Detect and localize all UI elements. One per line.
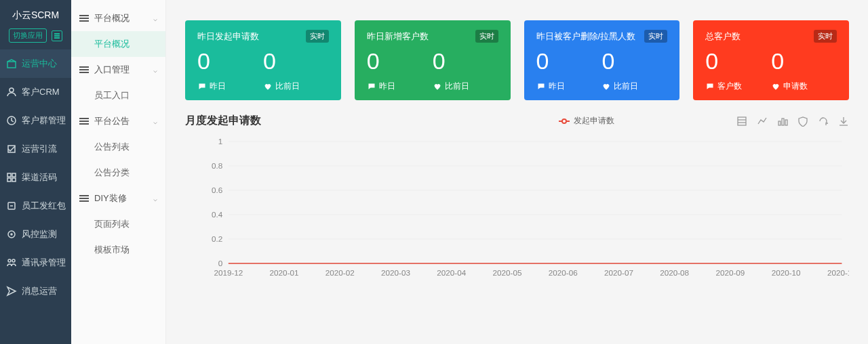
switch-app-button[interactable]: 切换应用 [9, 28, 47, 43]
svg-text:2020-09: 2020-09 [715, 269, 745, 277]
subnav-item[interactable]: 员工入口 [71, 83, 165, 108]
card-title: 昨日被客户删除/拉黑人数 [536, 30, 636, 43]
nav-item-6[interactable]: 风控监测 [0, 220, 71, 249]
svg-rect-0 [7, 62, 16, 68]
subnav-item[interactable]: 页面列表 [71, 211, 165, 237]
chart-title: 月度发起申请数 [185, 114, 261, 128]
svg-rect-5 [7, 178, 11, 181]
svg-point-11 [12, 259, 15, 262]
chevron-down-icon: ⌵ [153, 195, 157, 202]
chat-icon [705, 83, 715, 91]
nav-icon [5, 143, 18, 155]
list-icon [79, 15, 89, 22]
nav-icon [5, 58, 18, 70]
subnav-group-header[interactable]: 入口管理⌵ [71, 57, 165, 83]
chevron-down-icon: ⌵ [153, 118, 157, 125]
svg-text:1: 1 [218, 137, 223, 146]
subnav-item[interactable]: 公告分类 [71, 160, 165, 186]
data-view-icon[interactable] [736, 116, 747, 127]
nav-item-8[interactable]: 消息运营 [0, 277, 71, 305]
realtime-badge: 实时 [475, 30, 498, 43]
nav-item-5[interactable]: 员工发红包 [0, 192, 71, 220]
svg-point-1 [9, 88, 14, 92]
main-content: 昨日发起申请数实时 00 昨日 比前日 昨日新增客户数实时 00 昨日 比前日 … [166, 0, 868, 344]
heart-icon [263, 83, 273, 91]
subnav-group-header[interactable]: 平台概况⌵ [71, 5, 165, 31]
menu-toggle-icon[interactable] [52, 30, 62, 41]
card-value-2: 0 [263, 49, 329, 72]
chat-icon [536, 83, 546, 91]
nav-item-4[interactable]: 渠道活码 [0, 163, 71, 192]
svg-text:2020-08: 2020-08 [660, 269, 689, 277]
subnav-item[interactable]: 平台概况 [71, 31, 165, 57]
card-yesterday-deleted: 昨日被客户删除/拉黑人数实时 00 昨日 比前日 [524, 20, 680, 100]
svg-rect-3 [7, 173, 11, 177]
svg-text:2019-12: 2019-12 [214, 269, 243, 277]
svg-text:0.2: 0.2 [212, 235, 222, 243]
subnav-group-header[interactable]: DIY装修⌵ [71, 186, 165, 211]
svg-rect-4 [12, 173, 16, 177]
brand-title: 小云SCRM [0, 0, 71, 28]
realtime-badge: 实时 [306, 30, 329, 43]
svg-rect-17 [785, 120, 787, 125]
svg-point-8 [8, 231, 15, 238]
svg-text:2020-03: 2020-03 [381, 269, 410, 277]
card-title: 昨日新增客户数 [367, 30, 429, 43]
svg-text:2020-02: 2020-02 [326, 269, 355, 277]
card-total-customers: 总客户数实时 00 客户数 申请数 [693, 20, 849, 100]
chevron-down-icon: ⌵ [153, 15, 157, 22]
nav-icon [5, 200, 18, 212]
list-icon [79, 195, 89, 202]
download-icon[interactable] [838, 116, 849, 127]
chart-legend: 发起申请数 [559, 115, 614, 127]
card-title: 总客户数 [705, 30, 741, 43]
sidebar-secondary: 平台概况⌵平台概况入口管理⌵员工入口平台公告⌵公告列表公告分类DIY装修⌵页面列… [71, 0, 166, 344]
svg-text:2020-11: 2020-11 [827, 269, 849, 277]
list-icon [79, 66, 89, 73]
legend-marker-icon [559, 118, 570, 125]
realtime-badge: 实时 [644, 30, 667, 43]
nav-icon [5, 171, 18, 184]
nav-item-0[interactable]: 运营中心 [0, 49, 71, 78]
nav-item-7[interactable]: 通讯录管理 [0, 249, 71, 277]
heart-icon [771, 83, 781, 91]
nav-icon [5, 257, 18, 269]
sidebar-primary: 小云SCRM 切换应用 运营中心客户CRM客户群管理运营引流渠道活码员工发红包风… [0, 0, 71, 344]
card-title: 昨日发起申请数 [197, 30, 259, 43]
svg-rect-16 [782, 119, 784, 125]
svg-point-9 [11, 234, 12, 235]
card-value-1: 0 [197, 49, 263, 72]
subnav-item[interactable]: 公告列表 [71, 134, 165, 160]
chat-icon [367, 83, 376, 91]
svg-rect-12 [738, 117, 746, 125]
bar-chart-icon[interactable] [777, 116, 788, 127]
heart-icon [601, 83, 611, 91]
restore-icon[interactable] [797, 116, 808, 127]
svg-rect-15 [778, 121, 781, 125]
list-icon [79, 118, 89, 125]
svg-point-10 [8, 259, 11, 262]
nav-icon [5, 285, 18, 297]
subnav-item[interactable]: 模板市场 [71, 237, 165, 263]
line-chart-icon[interactable] [757, 116, 768, 127]
refresh-icon[interactable] [818, 116, 829, 127]
svg-text:2020-05: 2020-05 [493, 269, 522, 277]
svg-text:0: 0 [218, 259, 223, 267]
chat-icon [197, 83, 207, 91]
line-chart: 00.20.40.60.812019-122020-012020-022020-… [185, 135, 849, 284]
card-yesterday-requests: 昨日发起申请数实时 00 昨日 比前日 [185, 20, 341, 100]
nav-item-1[interactable]: 客户CRM [0, 78, 71, 106]
svg-text:0.8: 0.8 [212, 162, 222, 170]
chevron-down-icon: ⌵ [153, 66, 157, 74]
subnav-group-header[interactable]: 平台公告⌵ [71, 108, 165, 134]
svg-text:2020-07: 2020-07 [604, 269, 633, 277]
realtime-badge: 实时 [814, 30, 837, 43]
nav-icon [5, 86, 18, 98]
svg-text:0.4: 0.4 [212, 211, 222, 219]
svg-text:0.6: 0.6 [212, 186, 222, 194]
nav-icon [5, 114, 18, 127]
svg-rect-6 [12, 178, 16, 181]
nav-item-2[interactable]: 客户群管理 [0, 106, 71, 135]
nav-icon [5, 228, 18, 240]
nav-item-3[interactable]: 运营引流 [0, 135, 71, 163]
